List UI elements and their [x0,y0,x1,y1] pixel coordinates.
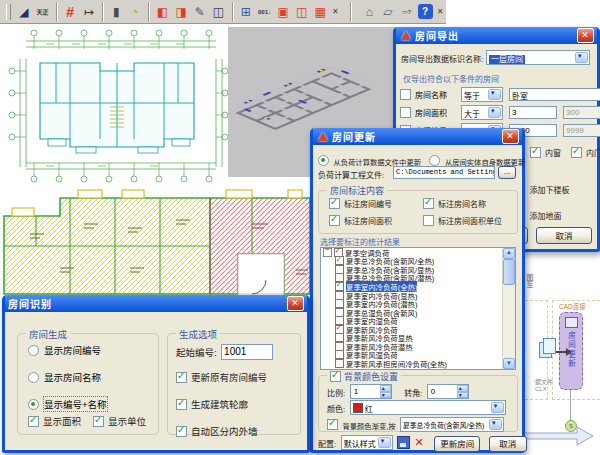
config-select[interactable]: 默认样式 [341,435,393,450]
condition-value2-input[interactable]: 9999 [563,124,600,137]
option-checkbox[interactable] [176,372,187,383]
room-update-titlebar[interactable]: 房间更新 ✕ [313,128,522,145]
tianzheng-correct-icon[interactable]: 天正 [33,2,52,22]
annotation-check-row: 标注房间编号 [329,198,423,209]
floor-plan-colored[interactable] [0,176,315,300]
toolbar1-close-icon[interactable]: ✕ [330,2,342,22]
door-insert-left-icon[interactable]: ◧ [148,2,172,22]
condition-checkbox[interactable] [400,107,411,118]
annotation-checks: 标注房间编号 标注房间名称 标注房间面积 标注房间面积单位 [329,198,523,226]
convert-drawing-icon[interactable]: ▱ [379,2,398,22]
radio-from-load-file[interactable] [318,155,329,166]
room-update-dialog: 房间更新 ✕ 从负荷计算数据文件中更新 从房间实体自身数据更新 负荷计算工程文件… [310,128,525,453]
pen-sketch-icon[interactable]: ✎ [190,2,209,22]
room-recognition-titlebar[interactable]: 房间识别 ✕ [5,295,307,312]
condition-label: 房间名称 [415,89,461,100]
update-cancel-button[interactable]: 取消 [489,436,527,452]
window-help-icon[interactable]: ▭? [397,2,416,22]
export-name-select[interactable]: 一层房间 [486,50,590,65]
start-number-input[interactable]: 1001 [221,344,273,360]
annotation-check-label: 标注房间面积单位 [438,215,502,226]
tree-item-checkbox[interactable] [335,359,344,368]
toolbar-grip[interactable] [6,4,11,20]
floor-plan-colored-drawing [0,176,315,300]
update-rooms-button[interactable]: 更新房间 [434,436,480,452]
gradient-checkbox[interactable] [327,419,338,430]
workflow-diagram: 图至 CAD连接 房间更新 据文件 CLX S [515,252,600,455]
tree-item[interactable]: 夏季新风承担房间冷负荷(全热) [321,359,515,368]
room-update-node-icon [565,317,578,328]
room-export-close-icon[interactable]: ✕ [577,28,594,43]
gradient-basis-select[interactable]: 夏季总冷负荷(含新风/全热) [400,417,504,432]
tree-expander-icon[interactable] [323,248,332,257]
condition-op-select[interactable]: 大于 [461,105,503,120]
generation-radios: 显示房间编号 显示房间名称 显示编号+名称 [28,343,107,411]
export-cancel-button[interactable]: 取消 [536,227,592,244]
inner-checkbox[interactable] [571,147,582,158]
app-logo-icon [318,132,328,141]
scroll-up-icon[interactable] [503,248,515,259]
axis-dimension-icon[interactable]: ↦ [79,2,98,22]
display-checkbox[interactable] [28,416,39,427]
display-check-row: 显示单位 [93,414,146,428]
scroll-down-icon[interactable] [503,358,515,369]
workflow-big-arrow-icon [515,426,600,450]
area-grid-icon[interactable]: ▦ [311,2,330,22]
condition-checkbox[interactable] [400,89,411,100]
generation-radio[interactable] [28,399,39,410]
inner-checkbox[interactable] [530,147,541,158]
table-search-icon[interactable]: ⊞ [232,2,256,22]
door-insert-right-icon[interactable]: ◨ [172,2,191,22]
room-elevation-icon[interactable]: ◫ [292,2,311,22]
display-checkbox[interactable] [93,416,104,427]
dropdown-arrow-icon [378,437,391,448]
annotation-check-row: 标注房间名称 [423,198,523,209]
option-checkbox[interactable] [176,399,187,410]
add-ground-label: 添加地面 [529,212,561,221]
renumber-icon[interactable]: 001↓ [255,2,274,22]
room-recognition-close-icon[interactable]: ✕ [287,296,304,311]
option-check-label: 生成建筑轮廓 [191,397,248,411]
statistics-tree[interactable]: 夏季空调负荷 夏季总冷负荷(含新风/全热) 夏季总冷负荷(含新风/显热) [320,247,516,370]
room-update-close-icon[interactable]: ✕ [502,129,519,144]
load-file-label: 负荷计算工程文件: [318,169,384,180]
column-icon[interactable]: ▮ [102,2,126,22]
tree-scrollbar[interactable] [502,248,515,369]
window-style-icon[interactable]: ◫ [209,2,228,22]
annotation-checkbox[interactable] [329,198,340,209]
annotation-checkbox[interactable] [329,215,340,226]
option-check-label: 更新原有房间编号 [191,370,267,384]
browse-button[interactable]: ... [498,166,516,179]
condition-value-input[interactable]: 卧室 [509,88,600,101]
export-drawing-icon[interactable]: ⌂ [350,2,379,22]
inner-check-label: 内门 [586,147,600,158]
data-file-icon [539,338,556,358]
delete-config-icon[interactable]: ✕ [415,436,424,449]
tianzheng-logo-icon[interactable]: ◢ [15,2,34,22]
floor-plan-2d[interactable] [4,27,232,185]
dropdown-arrow-icon [488,89,501,100]
room-export-titlebar[interactable]: 房间导出 ✕ [396,27,597,44]
background-color-group: 背景颜色设置 比例: 1 转角: 0 颜色: 红 背景颜色渐变,按 夏季总冷负荷… [318,375,518,432]
protractor-icon[interactable]: ◔ [126,2,145,22]
annotation-checkbox[interactable] [423,215,434,226]
color-select[interactable]: 红 [350,400,506,415]
dashed-frame-icon[interactable]: ▣ [274,2,293,22]
background-color-checkbox[interactable] [330,371,341,382]
export-name-label: 房间导出数据标识名称: [401,53,483,64]
wall-grid-icon[interactable]: # [56,2,80,22]
condition-op-select[interactable]: 等于 [461,87,503,102]
load-file-path-input[interactable]: C:\Documents and Settings\Ch [393,166,495,179]
scroll-thumb[interactable] [503,259,515,285]
option-checkbox[interactable] [176,426,187,437]
help-icon[interactable]: ? [416,2,435,22]
radio-from-entity[interactable] [429,155,440,166]
condition-value-input[interactable]: 3 [509,106,557,119]
condition-value2-input[interactable]: 300 [563,106,600,119]
save-config-icon[interactable] [397,436,410,449]
generation-radio[interactable] [28,345,39,356]
annotation-checkbox[interactable] [423,198,434,209]
generation-radio[interactable] [28,372,39,383]
toolbar2-close-icon[interactable]: ✕ [434,2,446,22]
workflow-connector [570,390,571,421]
